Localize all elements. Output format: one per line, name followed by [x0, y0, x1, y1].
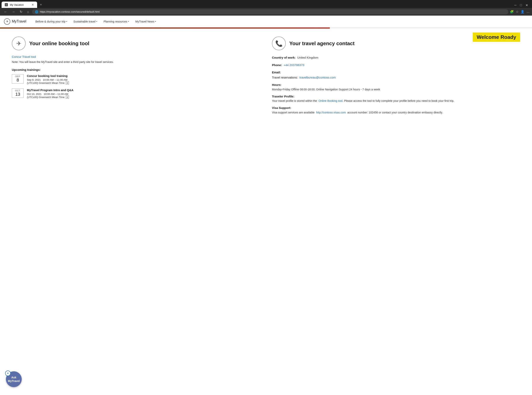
- traveler-profile-label: Traveler Profile:: [272, 94, 520, 99]
- nav-label-sustainable: Sustainable travel: [73, 20, 95, 23]
- minimize-button[interactable]: ─: [514, 3, 516, 7]
- traveler-profile-text: Your travel profile is stored within the…: [272, 99, 520, 103]
- chevron-down-icon: ▾: [128, 20, 129, 22]
- chevron-down-icon: ▾: [96, 20, 97, 22]
- nav-item-before-during[interactable]: Before & during your trip ▾: [32, 16, 70, 27]
- country-field: Country of work: United Kingdom: [272, 55, 520, 60]
- logo-text: MyTravel: [12, 19, 26, 23]
- training-1-info: Concur booking tool training Sep 8, 2021…: [27, 74, 69, 84]
- site-nav: ✈ MyTravel Before & during your trip ▾ S…: [0, 16, 532, 27]
- training-1-day: 8: [14, 77, 22, 83]
- maximize-button[interactable]: □: [520, 3, 522, 7]
- url-input[interactable]: [40, 10, 505, 13]
- phone-field: Phone: +44 203788373: [272, 63, 520, 68]
- extensions-icon[interactable]: 🧩: [510, 10, 514, 14]
- travel-agency-section: 📞 Your travel agency contact Country of …: [272, 37, 520, 117]
- welcome-badge: Welcome Roady: [473, 33, 520, 42]
- browser-chrome: ≡ My Vacation ✕ + ─ □ ✕ ← → ↻ ⌂ 🌐 🧩 ☆ 👤 …: [0, 0, 532, 16]
- nav-label-before-during: Before & during your trip: [35, 20, 65, 23]
- add-to-calendar-icon-1[interactable]: ⊞: [66, 81, 69, 84]
- globe-icon: 🌐: [35, 10, 38, 13]
- training-2-timezone: (UTC±00) Greenwich Mean Time ⊞: [27, 95, 73, 99]
- agency-contact-details: Country of work: United Kingdom Phone: +…: [272, 55, 520, 115]
- training-2-date-box: OCT 13: [12, 88, 24, 98]
- favorites-icon[interactable]: ☆: [516, 10, 519, 14]
- add-to-calendar-icon-2[interactable]: ⊞: [66, 95, 69, 99]
- back-button[interactable]: ←: [2, 9, 9, 14]
- nav-item-news[interactable]: MyTravel News ▾: [132, 16, 159, 27]
- forward-button[interactable]: →: [10, 9, 17, 14]
- tab-favicon-icon: ≡: [5, 3, 8, 6]
- two-column-layout: ✈ Your online booking tool Concur Travel…: [12, 37, 520, 117]
- booking-tool-section: ✈ Your online booking tool Concur Travel…: [12, 37, 260, 117]
- nav-item-sustainable[interactable]: Sustainable travel ▾: [70, 16, 100, 27]
- page-wrapper: ✈ MyTravel Before & during your trip ▾ S…: [0, 16, 532, 173]
- phone-label: Phone:: [272, 63, 282, 67]
- agency-title: Your travel agency contact: [289, 40, 354, 47]
- booking-tool-title: Your online booking tool: [29, 40, 89, 47]
- chevron-down-icon: ▾: [155, 20, 156, 22]
- email-field: Email: Travel reservations: travelbureau…: [272, 70, 520, 80]
- booking-tool-header: ✈ Your online booking tool: [12, 37, 260, 50]
- email-sublabel: Travel reservations:: [272, 76, 298, 79]
- hours-field: Hours: Monday-Friday Offline 08:00-18:00…: [272, 82, 520, 92]
- visa-site-link[interactable]: http://contoso.visas.com: [316, 111, 346, 114]
- hours-value: Monday-Friday Offline 08:00-18:00; Onlin…: [272, 88, 520, 92]
- profiles-icon[interactable]: 👤: [521, 10, 525, 14]
- chevron-down-icon: ▾: [66, 20, 67, 22]
- close-window-button[interactable]: ✕: [526, 3, 528, 7]
- plane-icon: ✈: [12, 37, 26, 50]
- training-item-2: OCT 13 MyTravel Program Intro and Q&A Oc…: [12, 88, 260, 99]
- hours-label: Hours:: [272, 82, 520, 88]
- training-item-1: SEP 8 Concur booking tool training Sep 8…: [12, 74, 260, 84]
- online-booking-tool-link[interactable]: Online Booking tool: [319, 99, 342, 102]
- training-1-date-box: SEP 8: [12, 74, 24, 84]
- tab-title: My Vacation: [10, 3, 24, 6]
- concur-travel-link[interactable]: Concur Travel tool: [12, 55, 260, 58]
- refresh-button[interactable]: ↻: [18, 9, 24, 14]
- training-2-datetime: Oct 13, 2021 10:00 AM – 11:00 AM: [27, 93, 73, 95]
- country-label: Country of work:: [272, 56, 296, 59]
- window-controls: ─ □ ✕: [514, 3, 530, 7]
- training-2-day: 13: [14, 92, 22, 97]
- concur-note: Note: You will leave the MyTravel site a…: [12, 60, 260, 64]
- country-value: United Kingdom: [297, 56, 318, 59]
- toolbar-icons: 🧩 ☆ 👤 …: [510, 10, 530, 14]
- browser-tab[interactable]: ≡ My Vacation ✕: [2, 2, 37, 8]
- nav-label-planning: Planning resources: [103, 20, 127, 23]
- traveler-profile-field: Traveler Profile: Your travel profile is…: [272, 94, 520, 103]
- nav-item-planning[interactable]: Planning resources ▾: [100, 16, 132, 27]
- address-bar[interactable]: 🌐: [32, 9, 508, 14]
- training-2-month: OCT: [14, 89, 22, 92]
- nav-label-news: MyTravel News: [135, 20, 154, 23]
- email-link[interactable]: travelbureau@contoso.com: [300, 76, 336, 79]
- training-1-timezone: (UTC±00) Greenwich Mean Time ⊞: [27, 81, 69, 84]
- new-tab-button[interactable]: +: [38, 2, 44, 8]
- tab-close-button[interactable]: ✕: [32, 3, 34, 6]
- training-1-month: SEP: [14, 75, 22, 77]
- menu-icon[interactable]: …: [526, 10, 530, 14]
- training-2-title: MyTravel Program Intro and Q&A: [27, 88, 73, 92]
- visa-label: Visa Support:: [272, 105, 520, 110]
- training-1-title: Concur booking tool training: [27, 74, 69, 77]
- logo-icon: ✈: [4, 18, 10, 25]
- visa-text: Visa support services are available http…: [272, 110, 520, 115]
- visa-support-field: Visa Support: Visa support services are …: [272, 105, 520, 115]
- site-logo[interactable]: ✈ MyTravel: [4, 18, 26, 25]
- training-1-datetime: Sep 8, 2021 10:00 AM – 11:00 AM: [27, 78, 69, 81]
- trainings-label: Upcoming trainings:: [12, 68, 260, 71]
- training-2-info: MyTravel Program Intro and Q&A Oct 13, 2…: [27, 88, 73, 99]
- phone-link[interactable]: +44 203788373: [284, 63, 304, 67]
- browser-toolbar: ← → ↻ ⌂ 🌐 🧩 ☆ 👤 …: [0, 8, 532, 16]
- email-label: Email:: [272, 71, 281, 74]
- main-content: Welcome Roady ✈ Your online booking tool…: [0, 29, 532, 125]
- home-button[interactable]: ⌂: [25, 9, 31, 14]
- phone-icon: 📞: [272, 37, 286, 50]
